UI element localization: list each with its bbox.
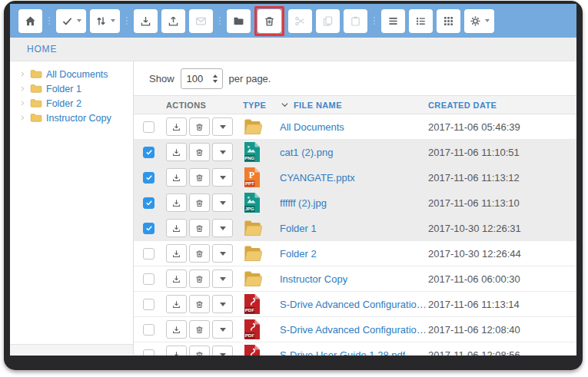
header-file-name[interactable]: FILE NAME	[280, 100, 428, 110]
created-date: 2017-11-06 12:08:40	[428, 324, 520, 336]
sort-descending-icon	[280, 100, 290, 110]
file-name-link[interactable]: S-Drive Advanced Configuration Gui...	[280, 324, 428, 336]
download-icon	[139, 15, 152, 28]
row-checkbox[interactable]	[143, 223, 154, 234]
row-delete-button[interactable]	[189, 295, 210, 313]
row-download-button[interactable]	[166, 244, 187, 263]
row-checkbox[interactable]	[143, 248, 154, 260]
row-download-button[interactable]	[166, 346, 187, 356]
row-download-button[interactable]	[166, 320, 187, 339]
file-name-link[interactable]: Folder 1	[280, 223, 317, 234]
copy-icon	[321, 15, 334, 28]
breadcrumb-bar: HOME	[10, 38, 576, 61]
sidebar-folder-item[interactable]: Instructor Copy	[10, 111, 133, 125]
row-more-button[interactable]	[212, 320, 233, 339]
row-checkbox[interactable]	[143, 299, 154, 310]
view-grid-button[interactable]	[437, 9, 460, 33]
row-delete-button[interactable]	[189, 117, 210, 136]
row-checkbox[interactable]	[143, 273, 154, 285]
row-checkbox[interactable]	[143, 324, 154, 336]
pdf-file-icon: PDF	[243, 319, 261, 340]
trash-icon	[194, 274, 204, 284]
file-name-link[interactable]: All Documents	[280, 121, 344, 133]
home-button[interactable]	[18, 9, 42, 33]
breadcrumb-home-link[interactable]: HOME	[27, 44, 57, 55]
upload-button[interactable]	[161, 9, 185, 33]
file-name-link[interactable]: Instructor Copy	[280, 273, 347, 285]
row-more-button[interactable]	[212, 168, 233, 187]
file-name-link[interactable]: S-Drive User Guide 1.28.pdf	[280, 349, 405, 356]
row-more-button[interactable]	[212, 270, 233, 288]
row-download-button[interactable]	[166, 219, 187, 237]
sidebar-folder-label: Folder 2	[46, 98, 81, 109]
download-button[interactable]	[134, 9, 158, 33]
row-more-button[interactable]	[212, 193, 233, 212]
sidebar-scrollbar[interactable]	[10, 344, 133, 355]
row-checkbox[interactable]	[143, 197, 154, 209]
row-download-button[interactable]	[166, 168, 187, 187]
check-icon	[145, 174, 153, 181]
row-download-button[interactable]	[166, 295, 187, 313]
file-name-link[interactable]: CYANGATE.pptx	[280, 172, 355, 184]
gear-button[interactable]	[464, 9, 494, 33]
file-type-cell: PDF	[243, 319, 280, 340]
row-delete-button[interactable]	[189, 219, 210, 237]
email-button[interactable]	[189, 9, 213, 33]
file-name-link[interactable]: ffffff (2).jpg	[280, 197, 327, 209]
row-more-button[interactable]	[212, 295, 233, 313]
paste-button[interactable]	[344, 9, 367, 33]
row-delete-button[interactable]	[189, 193, 210, 212]
sidebar-folder-item[interactable]: All Documents	[10, 67, 133, 81]
row-delete-button[interactable]	[189, 346, 210, 356]
download-icon	[171, 299, 181, 309]
row-more-button[interactable]	[212, 143, 233, 161]
view-grid-icon	[442, 15, 455, 28]
caret-down-icon	[77, 19, 81, 22]
view-list-icon	[387, 15, 400, 28]
page-size-input[interactable]	[181, 72, 211, 85]
row-checkbox[interactable]	[143, 349, 154, 356]
row-download-button[interactable]	[166, 193, 187, 212]
sort-arrows-button[interactable]	[90, 9, 120, 33]
trash-button[interactable]	[257, 9, 281, 33]
sidebar-folder-item[interactable]: Folder 1	[10, 81, 133, 96]
view-list-button[interactable]	[381, 9, 405, 33]
pdf-file-icon: PDF	[243, 293, 261, 315]
toolbar-separator-dots	[374, 17, 375, 25]
spinner-down-icon[interactable]	[213, 80, 218, 83]
cut-button[interactable]	[288, 9, 312, 33]
header-type[interactable]: TYPE	[243, 101, 280, 110]
page-size-control: Show per page.	[134, 61, 576, 95]
row-more-button[interactable]	[212, 346, 233, 356]
delete-button-highlight-annotation	[254, 6, 284, 36]
row-checkbox[interactable]	[143, 147, 154, 158]
spinner-up-icon[interactable]	[213, 74, 218, 78]
row-more-button[interactable]	[212, 219, 233, 237]
copy-button[interactable]	[316, 9, 340, 33]
file-name-link[interactable]: Folder 2	[280, 248, 317, 260]
file-type-cell	[243, 218, 280, 238]
file-name-link[interactable]: cat1 (2).png	[280, 147, 333, 158]
row-more-button[interactable]	[212, 244, 233, 263]
row-delete-button[interactable]	[189, 244, 210, 263]
view-detail-button[interactable]	[409, 9, 433, 33]
row-delete-button[interactable]	[189, 143, 210, 161]
header-created-date[interactable]: CREATED DATE	[428, 101, 576, 110]
new-folder-icon	[232, 15, 245, 28]
row-checkbox[interactable]	[143, 121, 154, 133]
file-name-link[interactable]: S-Drive Advanced Configuration Gui...	[280, 299, 428, 310]
trash-icon	[194, 350, 204, 356]
row-delete-button[interactable]	[189, 168, 210, 187]
select-check-button[interactable]	[56, 9, 86, 33]
row-download-button[interactable]	[166, 117, 187, 136]
row-download-button[interactable]	[166, 143, 187, 161]
view-detail-icon	[414, 15, 427, 28]
row-checkbox[interactable]	[143, 172, 154, 184]
folder-icon	[243, 269, 262, 289]
new-folder-button[interactable]	[227, 9, 251, 33]
row-more-button[interactable]	[212, 117, 233, 136]
row-delete-button[interactable]	[189, 320, 210, 339]
row-delete-button[interactable]	[189, 270, 210, 288]
row-download-button[interactable]	[166, 270, 187, 288]
sidebar-folder-item[interactable]: Folder 2	[10, 96, 133, 111]
